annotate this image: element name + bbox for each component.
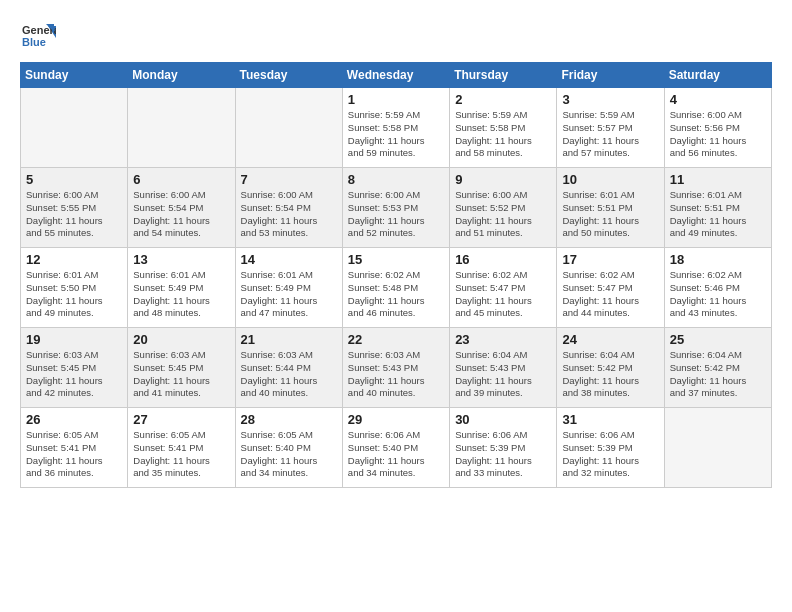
calendar-cell: 18Sunrise: 6:02 AM Sunset: 5:46 PM Dayli… bbox=[664, 248, 771, 328]
day-info: Sunrise: 6:04 AM Sunset: 5:42 PM Dayligh… bbox=[562, 349, 658, 400]
week-row-5: 26Sunrise: 6:05 AM Sunset: 5:41 PM Dayli… bbox=[21, 408, 772, 488]
day-number: 13 bbox=[133, 252, 229, 267]
logo-icon: General Blue bbox=[20, 18, 56, 54]
calendar-cell: 26Sunrise: 6:05 AM Sunset: 5:41 PM Dayli… bbox=[21, 408, 128, 488]
calendar-cell: 25Sunrise: 6:04 AM Sunset: 5:42 PM Dayli… bbox=[664, 328, 771, 408]
week-row-4: 19Sunrise: 6:03 AM Sunset: 5:45 PM Dayli… bbox=[21, 328, 772, 408]
calendar-cell: 9Sunrise: 6:00 AM Sunset: 5:52 PM Daylig… bbox=[450, 168, 557, 248]
day-number: 26 bbox=[26, 412, 122, 427]
calendar-cell: 15Sunrise: 6:02 AM Sunset: 5:48 PM Dayli… bbox=[342, 248, 449, 328]
day-info: Sunrise: 6:03 AM Sunset: 5:44 PM Dayligh… bbox=[241, 349, 337, 400]
day-info: Sunrise: 6:02 AM Sunset: 5:48 PM Dayligh… bbox=[348, 269, 444, 320]
calendar-cell: 11Sunrise: 6:01 AM Sunset: 5:51 PM Dayli… bbox=[664, 168, 771, 248]
calendar-cell: 3Sunrise: 5:59 AM Sunset: 5:57 PM Daylig… bbox=[557, 88, 664, 168]
day-number: 8 bbox=[348, 172, 444, 187]
day-info: Sunrise: 6:02 AM Sunset: 5:46 PM Dayligh… bbox=[670, 269, 766, 320]
calendar-cell: 5Sunrise: 6:00 AM Sunset: 5:55 PM Daylig… bbox=[21, 168, 128, 248]
day-number: 18 bbox=[670, 252, 766, 267]
day-number: 25 bbox=[670, 332, 766, 347]
day-number: 10 bbox=[562, 172, 658, 187]
day-number: 5 bbox=[26, 172, 122, 187]
day-info: Sunrise: 6:00 AM Sunset: 5:56 PM Dayligh… bbox=[670, 109, 766, 160]
day-info: Sunrise: 5:59 AM Sunset: 5:57 PM Dayligh… bbox=[562, 109, 658, 160]
day-number: 9 bbox=[455, 172, 551, 187]
day-info: Sunrise: 6:00 AM Sunset: 5:53 PM Dayligh… bbox=[348, 189, 444, 240]
weekday-friday: Friday bbox=[557, 63, 664, 88]
weekday-thursday: Thursday bbox=[450, 63, 557, 88]
day-number: 1 bbox=[348, 92, 444, 107]
calendar-cell: 6Sunrise: 6:00 AM Sunset: 5:54 PM Daylig… bbox=[128, 168, 235, 248]
day-info: Sunrise: 6:00 AM Sunset: 5:52 PM Dayligh… bbox=[455, 189, 551, 240]
day-number: 11 bbox=[670, 172, 766, 187]
calendar-cell: 24Sunrise: 6:04 AM Sunset: 5:42 PM Dayli… bbox=[557, 328, 664, 408]
calendar-cell: 19Sunrise: 6:03 AM Sunset: 5:45 PM Dayli… bbox=[21, 328, 128, 408]
day-number: 12 bbox=[26, 252, 122, 267]
day-number: 30 bbox=[455, 412, 551, 427]
logo: General Blue bbox=[20, 18, 56, 54]
page-container: General Blue SundayMondayTuesdayWednesda… bbox=[0, 0, 792, 498]
week-row-1: 1Sunrise: 5:59 AM Sunset: 5:58 PM Daylig… bbox=[21, 88, 772, 168]
day-number: 22 bbox=[348, 332, 444, 347]
day-number: 19 bbox=[26, 332, 122, 347]
day-number: 4 bbox=[670, 92, 766, 107]
day-info: Sunrise: 5:59 AM Sunset: 5:58 PM Dayligh… bbox=[455, 109, 551, 160]
day-info: Sunrise: 6:00 AM Sunset: 5:54 PM Dayligh… bbox=[241, 189, 337, 240]
svg-text:Blue: Blue bbox=[22, 36, 46, 48]
day-info: Sunrise: 6:06 AM Sunset: 5:40 PM Dayligh… bbox=[348, 429, 444, 480]
day-info: Sunrise: 6:05 AM Sunset: 5:40 PM Dayligh… bbox=[241, 429, 337, 480]
calendar-cell: 1Sunrise: 5:59 AM Sunset: 5:58 PM Daylig… bbox=[342, 88, 449, 168]
day-info: Sunrise: 6:00 AM Sunset: 5:54 PM Dayligh… bbox=[133, 189, 229, 240]
day-info: Sunrise: 6:01 AM Sunset: 5:51 PM Dayligh… bbox=[562, 189, 658, 240]
weekday-tuesday: Tuesday bbox=[235, 63, 342, 88]
day-number: 28 bbox=[241, 412, 337, 427]
header: General Blue bbox=[20, 18, 772, 54]
calendar-cell: 17Sunrise: 6:02 AM Sunset: 5:47 PM Dayli… bbox=[557, 248, 664, 328]
calendar-cell bbox=[235, 88, 342, 168]
day-number: 23 bbox=[455, 332, 551, 347]
calendar-cell: 2Sunrise: 5:59 AM Sunset: 5:58 PM Daylig… bbox=[450, 88, 557, 168]
day-info: Sunrise: 6:03 AM Sunset: 5:45 PM Dayligh… bbox=[133, 349, 229, 400]
day-info: Sunrise: 6:05 AM Sunset: 5:41 PM Dayligh… bbox=[26, 429, 122, 480]
calendar-cell: 10Sunrise: 6:01 AM Sunset: 5:51 PM Dayli… bbox=[557, 168, 664, 248]
calendar-cell: 4Sunrise: 6:00 AM Sunset: 5:56 PM Daylig… bbox=[664, 88, 771, 168]
day-number: 6 bbox=[133, 172, 229, 187]
day-info: Sunrise: 6:04 AM Sunset: 5:43 PM Dayligh… bbox=[455, 349, 551, 400]
calendar-cell: 29Sunrise: 6:06 AM Sunset: 5:40 PM Dayli… bbox=[342, 408, 449, 488]
calendar-cell: 22Sunrise: 6:03 AM Sunset: 5:43 PM Dayli… bbox=[342, 328, 449, 408]
day-info: Sunrise: 6:04 AM Sunset: 5:42 PM Dayligh… bbox=[670, 349, 766, 400]
calendar-cell: 23Sunrise: 6:04 AM Sunset: 5:43 PM Dayli… bbox=[450, 328, 557, 408]
calendar-cell: 20Sunrise: 6:03 AM Sunset: 5:45 PM Dayli… bbox=[128, 328, 235, 408]
calendar-cell: 30Sunrise: 6:06 AM Sunset: 5:39 PM Dayli… bbox=[450, 408, 557, 488]
calendar-cell: 7Sunrise: 6:00 AM Sunset: 5:54 PM Daylig… bbox=[235, 168, 342, 248]
day-number: 15 bbox=[348, 252, 444, 267]
weekday-monday: Monday bbox=[128, 63, 235, 88]
day-info: Sunrise: 6:02 AM Sunset: 5:47 PM Dayligh… bbox=[455, 269, 551, 320]
calendar-cell: 31Sunrise: 6:06 AM Sunset: 5:39 PM Dayli… bbox=[557, 408, 664, 488]
day-number: 14 bbox=[241, 252, 337, 267]
day-info: Sunrise: 6:06 AM Sunset: 5:39 PM Dayligh… bbox=[562, 429, 658, 480]
weekday-sunday: Sunday bbox=[21, 63, 128, 88]
calendar-cell: 16Sunrise: 6:02 AM Sunset: 5:47 PM Dayli… bbox=[450, 248, 557, 328]
calendar-cell bbox=[664, 408, 771, 488]
day-number: 7 bbox=[241, 172, 337, 187]
day-number: 20 bbox=[133, 332, 229, 347]
day-info: Sunrise: 6:02 AM Sunset: 5:47 PM Dayligh… bbox=[562, 269, 658, 320]
week-row-2: 5Sunrise: 6:00 AM Sunset: 5:55 PM Daylig… bbox=[21, 168, 772, 248]
calendar-cell: 8Sunrise: 6:00 AM Sunset: 5:53 PM Daylig… bbox=[342, 168, 449, 248]
calendar-cell: 27Sunrise: 6:05 AM Sunset: 5:41 PM Dayli… bbox=[128, 408, 235, 488]
calendar-cell: 28Sunrise: 6:05 AM Sunset: 5:40 PM Dayli… bbox=[235, 408, 342, 488]
day-info: Sunrise: 6:01 AM Sunset: 5:50 PM Dayligh… bbox=[26, 269, 122, 320]
calendar-cell: 13Sunrise: 6:01 AM Sunset: 5:49 PM Dayli… bbox=[128, 248, 235, 328]
day-number: 29 bbox=[348, 412, 444, 427]
day-number: 21 bbox=[241, 332, 337, 347]
calendar-cell bbox=[21, 88, 128, 168]
day-number: 27 bbox=[133, 412, 229, 427]
day-info: Sunrise: 6:00 AM Sunset: 5:55 PM Dayligh… bbox=[26, 189, 122, 240]
day-info: Sunrise: 6:01 AM Sunset: 5:49 PM Dayligh… bbox=[241, 269, 337, 320]
weekday-wednesday: Wednesday bbox=[342, 63, 449, 88]
day-info: Sunrise: 6:03 AM Sunset: 5:45 PM Dayligh… bbox=[26, 349, 122, 400]
day-number: 2 bbox=[455, 92, 551, 107]
day-number: 31 bbox=[562, 412, 658, 427]
week-row-3: 12Sunrise: 6:01 AM Sunset: 5:50 PM Dayli… bbox=[21, 248, 772, 328]
calendar-cell: 12Sunrise: 6:01 AM Sunset: 5:50 PM Dayli… bbox=[21, 248, 128, 328]
